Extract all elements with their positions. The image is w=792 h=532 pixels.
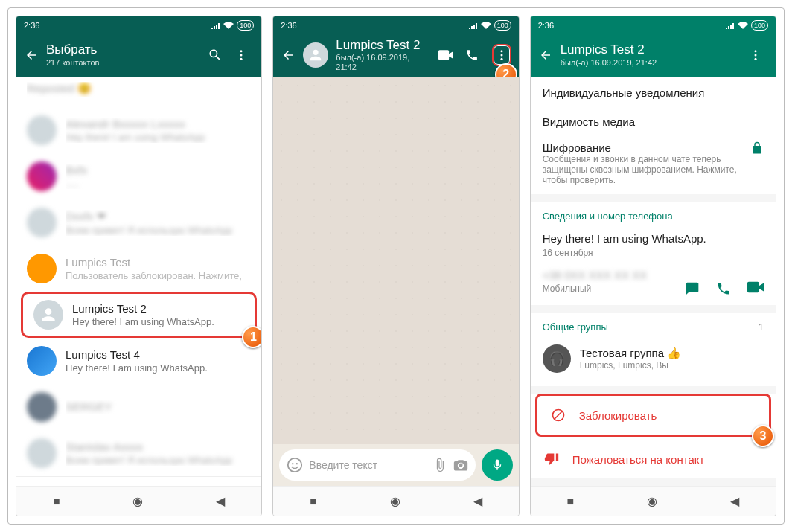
- nav-back[interactable]: ◀: [730, 494, 739, 508]
- encryption-title: Шифрование: [543, 141, 743, 154]
- invite-friends[interactable]: Пригласить друзей: [16, 477, 261, 486]
- svg-point-6: [288, 458, 301, 472]
- svg-line-13: [555, 411, 562, 419]
- svg-point-5: [500, 58, 502, 60]
- custom-notifications-row[interactable]: Индивидуальные уведомления: [543, 83, 764, 102]
- contact-item-blurred[interactable]: Bxfx.....: [16, 153, 261, 199]
- phone-icon: [465, 48, 479, 62]
- more-vert-icon: [234, 48, 248, 62]
- signal-icon: [211, 22, 220, 29]
- svg-point-11: [754, 58, 756, 60]
- attach-icon[interactable]: [432, 458, 447, 472]
- status-bar: 2:36 100: [16, 16, 261, 34]
- chat-app-bar: Lumpics Test 2 был(-а) 16.09.2019, 21:42…: [273, 34, 518, 77]
- step-badge-3: 3: [752, 425, 774, 447]
- status-icons: 100: [211, 20, 254, 31]
- svg-point-10: [754, 54, 756, 57]
- signal-icon: [469, 22, 478, 29]
- svg-point-9: [754, 50, 756, 52]
- nav-home[interactable]: ◉: [132, 494, 143, 508]
- video-action-icon[interactable]: [747, 281, 764, 296]
- emoji-icon[interactable]: [287, 457, 303, 473]
- block-label: Заблокировать: [579, 409, 657, 422]
- contact-status: Hey there! I am using WhatsApp.: [72, 316, 244, 327]
- contact-list: Reposted 😊 Alexandr Bxxxxx LxxxxxHey the…: [16, 77, 261, 486]
- chat-messages-area[interactable]: [273, 77, 518, 444]
- contact-status: Пользователь заблокирован. Нажмите,: [66, 270, 251, 281]
- page-title: Выбрать: [46, 42, 200, 57]
- nav-back[interactable]: ◀: [216, 494, 225, 508]
- block-contact-row[interactable]: Заблокировать: [535, 394, 771, 437]
- svg-point-7: [292, 463, 293, 464]
- android-nav-bar: ■ ◉ ◀: [273, 486, 518, 516]
- back-button[interactable]: [281, 48, 296, 62]
- chat-avatar[interactable]: [303, 42, 328, 68]
- signal-icon: [726, 22, 735, 29]
- nav-recent[interactable]: ■: [310, 495, 317, 508]
- search-button[interactable]: [208, 48, 227, 63]
- screen-contact-info: 2:36 100 Lumpics Test 2 был(-а) 16.09.20…: [530, 16, 776, 516]
- page-subtitle: 217 контактов: [46, 58, 200, 68]
- svg-point-0: [240, 50, 243, 52]
- chat-last-seen: был(-а) 16.09.2019, 21:42: [336, 53, 430, 72]
- phone-type: Мобильный: [543, 283, 685, 294]
- chat-title-area[interactable]: Lumpics Test 2 был(-а) 16.09.2019, 21:42: [336, 38, 430, 73]
- voice-message-button[interactable]: [482, 449, 513, 481]
- info-title: Lumpics Test 2: [561, 42, 741, 57]
- contact-item[interactable]: Lumpics Test 4 Hey there! I am using Wha…: [16, 338, 261, 384]
- arrow-left-icon: [25, 48, 38, 62]
- svg-point-3: [500, 50, 502, 52]
- status-icons: 100: [726, 20, 768, 31]
- more-button[interactable]: [234, 48, 254, 62]
- chat-input-bar: Введите текст: [273, 444, 518, 486]
- android-nav-bar: ■ ◉ ◀: [16, 486, 261, 516]
- report-contact-row[interactable]: Пожаловаться на контакт: [531, 440, 776, 478]
- svg-point-1: [240, 54, 243, 57]
- tutorial-frame: 2:36 100 Выбрать 217 контактов Reposted …: [7, 7, 785, 525]
- group-item[interactable]: 🎧 Тестовая группа 👍 Lumpics, Lumpics, Вы: [543, 340, 764, 377]
- videocam-icon: [438, 50, 453, 60]
- details-heading: Сведения и номер телефона: [543, 211, 764, 222]
- step-badge-1: 1: [242, 326, 261, 348]
- call-action-icon[interactable]: [716, 281, 731, 296]
- report-label: Пожаловаться на контакт: [572, 453, 705, 466]
- info-scroll[interactable]: Индивидуальные уведомления Видимость мед…: [531, 77, 776, 486]
- info-subtitle: был(-а) 16.09.2019, 21:42: [561, 58, 741, 68]
- encryption-row[interactable]: Шифрование Сообщения и звонки в данном ч…: [543, 141, 764, 185]
- message-input[interactable]: Введите текст: [279, 449, 475, 481]
- contact-item-target[interactable]: Lumpics Test 2 Hey there! I am using Wha…: [21, 292, 257, 338]
- back-button[interactable]: [24, 48, 39, 62]
- contact-name: Lumpics Test 2: [72, 302, 244, 315]
- contact-item-blocked[interactable]: Lumpics Test Пользователь заблокирован. …: [16, 246, 261, 292]
- nav-recent[interactable]: ■: [53, 495, 60, 508]
- message-action-icon[interactable]: [685, 281, 700, 296]
- phone-number-blurred: +38 0XX XXX XX XX: [543, 269, 764, 281]
- camera-icon[interactable]: [453, 458, 468, 472]
- contact-item-blurred[interactable]: Stanislav AxxxxВсем привет! Я использую …: [16, 430, 261, 476]
- arrow-left-icon: [281, 48, 295, 62]
- encryption-body: Сообщения и звонки в данном чате теперь …: [543, 154, 743, 185]
- media-visibility-row[interactable]: Видимость медиа: [543, 112, 764, 131]
- contact-name: Lumpics Test: [66, 256, 251, 269]
- about-date: 16 сентября: [543, 248, 764, 258]
- message-placeholder: Введите текст: [309, 459, 426, 471]
- wifi-icon: [738, 22, 748, 29]
- nav-recent[interactable]: ■: [567, 495, 575, 508]
- info-more-button[interactable]: [749, 48, 768, 62]
- contact-item-blurred[interactable]: SERGEY: [16, 384, 261, 430]
- svg-point-8: [296, 463, 298, 464]
- back-button[interactable]: [538, 48, 553, 62]
- nav-home[interactable]: ◉: [390, 494, 400, 508]
- nav-back[interactable]: ◀: [473, 494, 482, 508]
- contact-status: Hey there! I am using WhatsApp.: [66, 362, 251, 374]
- contact-item-blurred[interactable]: Alexandr Bxxxxx LxxxxxHey there! I am us…: [16, 107, 261, 153]
- contact-item-blurred[interactable]: Dxxfx ❤Всем привет! Я использую WhatsApp: [16, 199, 261, 246]
- svg-point-4: [500, 54, 502, 57]
- group-members: Lumpics, Lumpics, Вы: [580, 360, 764, 371]
- video-call-button[interactable]: [438, 50, 458, 60]
- voice-call-button[interactable]: [465, 48, 485, 62]
- avatar: [27, 346, 57, 376]
- nav-home[interactable]: ◉: [647, 494, 657, 508]
- about-text: Hey there! I am using WhatsApp.: [543, 229, 764, 248]
- contact-item-blurred[interactable]: Reposted 😊: [16, 77, 261, 107]
